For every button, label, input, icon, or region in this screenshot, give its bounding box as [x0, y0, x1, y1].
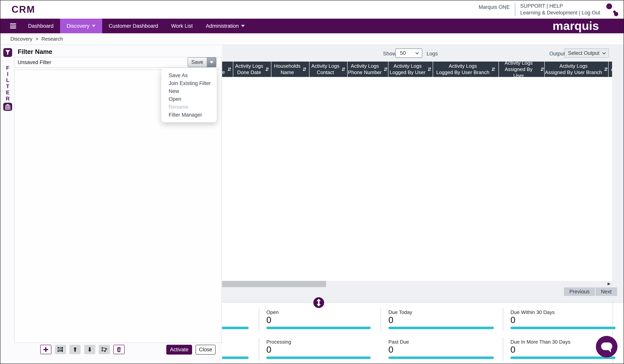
sort-icon[interactable]: ⇵: [427, 66, 432, 73]
chat-icon[interactable]: [596, 336, 618, 358]
column-line2: Logged By User Branch: [436, 69, 490, 76]
bank-glyph: [5, 104, 11, 109]
next-button[interactable]: Next: [596, 288, 617, 296]
sort-icon[interactable]: ⇵: [604, 66, 608, 73]
column-line2: Phone Number: [348, 69, 382, 76]
pagination: Previous Next: [564, 288, 617, 296]
sort-icon[interactable]: ⇵: [540, 66, 544, 73]
add-condition-button[interactable]: [40, 345, 52, 354]
sort-icon[interactable]: ⇵: [491, 66, 495, 73]
nav-item-work-list[interactable]: Work List: [165, 19, 199, 33]
column-line1: Activity Logs: [545, 63, 602, 69]
sort-icon[interactable]: ⇵: [302, 66, 306, 73]
plus-icon: [43, 347, 48, 352]
output-select[interactable]: Select Output: [564, 49, 609, 58]
menu-item-open[interactable]: Open: [161, 95, 217, 103]
nav-item-label: Discovery: [67, 23, 89, 29]
rail-letter: E: [0, 90, 15, 96]
search-icon[interactable]: [606, 3, 619, 16]
logs-table-header: e ⇵ Activity LogsDone Date ⇵ HouseholdsN…: [222, 62, 612, 77]
search-icon-ring: [606, 3, 612, 9]
previous-button[interactable]: Previous: [564, 288, 595, 296]
rail-letter: F: [0, 65, 15, 71]
menu-item-new[interactable]: New: [161, 87, 217, 95]
card-value-past-due: 0: [389, 344, 393, 355]
menu-item-join-existing-filter[interactable]: Join Existing Filter: [161, 79, 217, 87]
table-column-done-date[interactable]: Activity LogsDone Date ⇵: [233, 62, 271, 77]
column-line2: Assigned By User Branch: [545, 69, 602, 76]
nav-item-discovery[interactable]: Discovery: [60, 19, 102, 33]
breadcrumb-section[interactable]: Discovery: [10, 36, 32, 42]
chat-bubble-glyph: [601, 342, 612, 350]
sort-icon[interactable]: ⇵: [227, 66, 231, 73]
card-label-open: Open: [266, 309, 279, 315]
close-button[interactable]: Close: [196, 345, 216, 355]
filter-panel: F I L T E R Filter Name Unsaved Filter S…: [0, 45, 222, 364]
nav-item-dashboard[interactable]: Dashboard: [22, 19, 60, 33]
sort-icon[interactable]: ⇵: [341, 66, 345, 73]
ungroup-selection-button[interactable]: [99, 345, 110, 354]
card-label-processing: Processing: [266, 339, 291, 345]
institution-icon[interactable]: [3, 103, 12, 111]
group-selection-button[interactable]: [55, 345, 66, 354]
card-divider: [381, 308, 381, 331]
column-line2: Name: [274, 69, 300, 76]
move-up-button[interactable]: ⬆: [70, 345, 81, 354]
horizontal-scrollbar[interactable]: ▶: [222, 281, 612, 287]
trash-icon: [116, 347, 121, 352]
chat-bubble-tail: [608, 349, 611, 352]
card-value-due-more-30: 0: [510, 344, 516, 355]
card-divider: [503, 338, 503, 361]
card-accent-bar-clipped: [222, 357, 249, 359]
nav-item-label: Administration: [206, 23, 239, 29]
support-help-links[interactable]: SUPPORT | HELP: [520, 3, 600, 9]
table-column-assigned-by-user[interactable]: Activity LogsAssigned By User ⇵: [498, 62, 544, 77]
activate-button[interactable]: Activate: [166, 345, 192, 355]
table-column-assigned-by-user-branch[interactable]: Activity LogsAssigned By User Branch ⇵: [544, 62, 608, 77]
nav-item-label: Work List: [171, 23, 193, 29]
card-divider: [259, 308, 259, 331]
crm-app-window: CRM Marquis ONE SUPPORT | HELP Learning …: [0, 0, 624, 364]
table-column-phone-number[interactable]: Activity LogsPhone Number ⇵: [347, 62, 388, 77]
save-dropdown-toggle[interactable]: [207, 57, 216, 67]
column-line1: Households: [274, 63, 300, 69]
card-divider: [503, 308, 503, 331]
chevron-down-icon: [92, 25, 96, 27]
menu-item-save-as[interactable]: Save As: [161, 72, 217, 79]
sort-icon[interactable]: ⇵: [384, 66, 388, 73]
show-logs-select[interactable]: 50: [395, 49, 422, 58]
menu-item-filter-manager[interactable]: Filter Manager: [161, 111, 217, 119]
nav-item-customer-dashboard[interactable]: Customer Dashboard: [102, 19, 165, 33]
scrollbar-thumb[interactable]: [222, 281, 326, 287]
breadcrumb: Discovery > Research: [0, 33, 624, 45]
card-label-due-more-30: Due In More Than 30 Days: [510, 339, 571, 345]
learning-logout-links[interactable]: Learning & Development | Log Out: [520, 10, 600, 16]
delete-button[interactable]: [113, 345, 125, 354]
clipped-column-text: A: [611, 66, 612, 73]
nav-item-administration[interactable]: Administration: [199, 19, 251, 33]
filter-funnel-icon[interactable]: [3, 48, 12, 57]
table-column-households-name[interactable]: HouseholdsName ⇵: [271, 62, 309, 77]
chevron-down-icon: [209, 61, 213, 64]
table-column-contact[interactable]: Activity LogsContact ⇵: [309, 62, 347, 77]
breadcrumb-separator: >: [35, 36, 38, 42]
menu-icon[interactable]: [10, 24, 16, 28]
column-line1: Activity Logs: [312, 63, 339, 69]
down-arrow-icon: ⬇: [87, 346, 92, 353]
card-value-due-today: 0: [389, 315, 393, 325]
move-down-button[interactable]: ⬇: [84, 345, 95, 354]
sort-icon[interactable]: ⇵: [265, 66, 269, 73]
card-accent-bar: [510, 327, 616, 329]
table-column-clipped-right[interactable]: A: [608, 62, 612, 77]
table-column-clipped-left[interactable]: e ⇵: [222, 62, 233, 77]
save-split-button: Save: [187, 57, 216, 67]
table-column-logged-by-user[interactable]: Activity LogsLogged By User ⇵: [388, 62, 433, 77]
scroll-right-icon[interactable]: ▶: [608, 281, 611, 286]
card-accent-bar-clipped: [222, 327, 249, 329]
table-column-logged-by-user-branch[interactable]: Activity LogsLogged By User Branch ⇵: [433, 62, 498, 77]
save-button[interactable]: Save: [187, 57, 207, 67]
breadcrumb-page: Research: [41, 36, 63, 42]
vertical-resize-icon[interactable]: [313, 297, 324, 308]
rail-letter: R: [0, 96, 15, 102]
column-line1: Activity Logs: [499, 62, 538, 66]
